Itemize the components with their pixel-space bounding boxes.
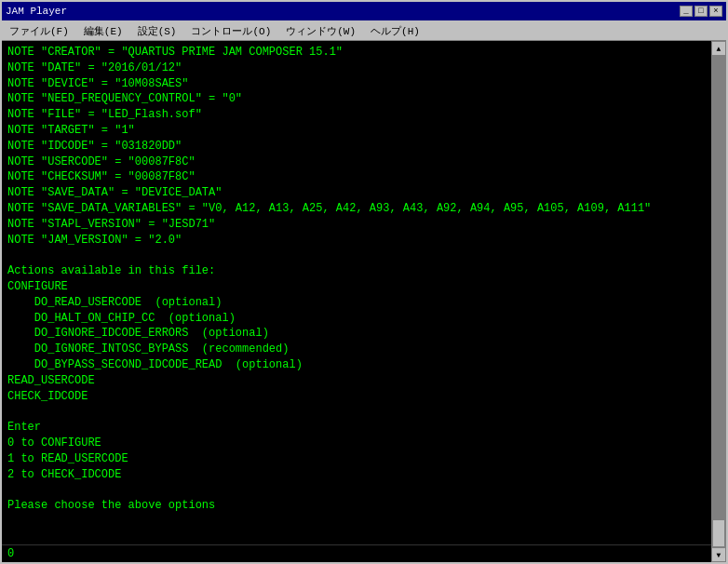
scroll-thumb[interactable]: [712, 519, 725, 547]
scroll-down-button[interactable]: ▼: [711, 547, 726, 562]
window-title: JAM Player: [6, 6, 680, 17]
menu-window[interactable]: ウィンドウ(W): [278, 22, 363, 38]
menu-bar: ファイル(F) 編集(E) 設定(S) コントロール(O) ウィンドウ(W) ヘ…: [2, 20, 726, 41]
scrollbar: ▲ ▼: [711, 41, 726, 562]
menu-help[interactable]: ヘルプ(H): [363, 22, 427, 38]
menu-edit[interactable]: 編集(E): [76, 22, 130, 38]
input-line: [2, 544, 711, 562]
title-bar-buttons: _ □ ×: [680, 6, 722, 17]
menu-settings[interactable]: 設定(S): [130, 22, 184, 38]
window-content: NOTE "CREATOR" = "QUARTUS PRIME JAM COMP…: [2, 41, 726, 562]
menu-file[interactable]: ファイル(F): [2, 22, 76, 38]
minimize-button[interactable]: _: [680, 6, 693, 17]
close-button[interactable]: ×: [709, 6, 722, 17]
scroll-track[interactable]: [711, 56, 726, 547]
main-window: JAM Player _ □ × ファイル(F) 編集(E) 設定(S) コント…: [0, 0, 728, 564]
console-text: NOTE "CREATOR" = "QUARTUS PRIME JAM COMP…: [7, 45, 706, 514]
console-wrapper: NOTE "CREATOR" = "QUARTUS PRIME JAM COMP…: [2, 41, 711, 562]
console-output[interactable]: NOTE "CREATOR" = "QUARTUS PRIME JAM COMP…: [2, 41, 711, 544]
console-input[interactable]: [7, 547, 706, 560]
title-bar: JAM Player _ □ ×: [2, 2, 726, 20]
maximize-button[interactable]: □: [694, 6, 708, 17]
menu-control[interactable]: コントロール(O): [183, 22, 278, 38]
scroll-up-button[interactable]: ▲: [711, 41, 726, 56]
